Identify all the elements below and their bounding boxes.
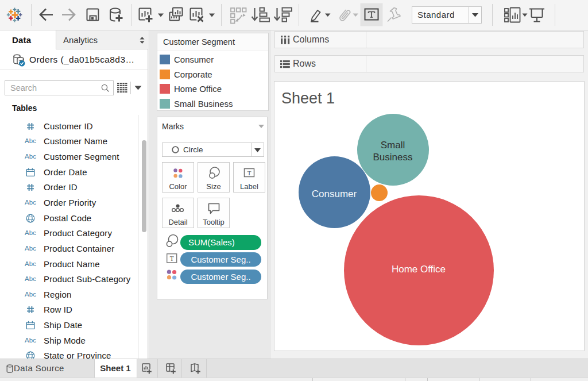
svg-text:T: T — [170, 255, 174, 262]
svg-text:Detail: Detail — [168, 218, 187, 226]
svg-text:Label: Label — [240, 182, 258, 191]
svg-text:Tooltip: Tooltip — [203, 218, 225, 226]
svg-text:Size: Size — [206, 182, 220, 191]
svg-text:Color: Color — [169, 182, 187, 191]
svg-text:T: T — [247, 170, 252, 176]
svg-text:Standard: Standard — [417, 10, 455, 20]
